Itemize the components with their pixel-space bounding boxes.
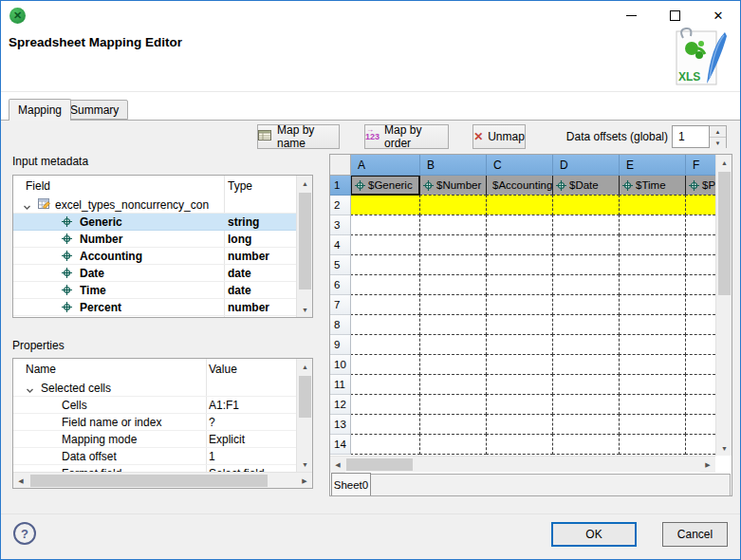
scroll-up-icon[interactable]: ▲ (716, 155, 732, 170)
metadata-root-row[interactable]: excel_types_noncurrency_con (13, 196, 296, 214)
scroll-right-icon[interactable]: ▶ (700, 457, 715, 473)
properties-vertical-scrollbar[interactable]: ▲▼ (296, 359, 312, 472)
cell-A12[interactable] (350, 394, 420, 415)
column-header-e[interactable]: E (620, 155, 686, 176)
property-row-mapping-mode[interactable]: Mapping modeExplicit (13, 431, 296, 448)
metadata-field-row-date[interactable]: Datedate (13, 265, 296, 282)
cell-E13[interactable] (619, 414, 686, 435)
row-header-6[interactable]: 6 (330, 275, 351, 295)
cell-D12[interactable] (552, 394, 620, 415)
cell-D4[interactable] (552, 234, 620, 255)
cell-B7[interactable] (419, 294, 487, 315)
cell-B14[interactable] (419, 434, 487, 455)
cell-A4[interactable] (350, 234, 420, 255)
scroll-down-icon[interactable]: ▼ (297, 302, 313, 317)
row-header-2[interactable]: 2 (330, 196, 351, 215)
column-header-d[interactable]: D (553, 155, 620, 176)
cancel-button[interactable]: Cancel (662, 522, 728, 547)
row-header-3[interactable]: 3 (330, 215, 351, 235)
cell-F7[interactable] (685, 294, 715, 315)
scrollbar-thumb[interactable] (346, 458, 413, 471)
maximize-button[interactable] (653, 1, 696, 29)
property-row-data-offset[interactable]: Data offset1 (13, 448, 296, 465)
cell-A5[interactable] (350, 254, 420, 275)
row-header-5[interactable]: 5 (330, 255, 351, 275)
cell-B2[interactable] (419, 195, 487, 215)
cell-B8[interactable] (419, 314, 487, 335)
column-header-b[interactable]: B (420, 155, 487, 176)
cell-F3[interactable] (685, 215, 715, 235)
cell-B13[interactable] (419, 414, 487, 435)
property-row-format-field[interactable]: Format fieldSelect field (13, 465, 296, 472)
cell-D5[interactable] (552, 254, 620, 275)
metadata-field-row-time[interactable]: Timedate (13, 282, 296, 299)
cell-C7[interactable] (486, 294, 553, 315)
cell-F8[interactable] (685, 314, 715, 335)
spinner-up-button[interactable]: ▲ (710, 126, 726, 138)
cell-A2[interactable] (350, 195, 420, 215)
help-button[interactable]: ? (13, 522, 36, 545)
cell-B5[interactable] (419, 254, 487, 275)
row-header-8[interactable]: 8 (330, 315, 351, 335)
cell-F9[interactable] (685, 334, 715, 355)
metadata-vertical-scrollbar[interactable]: ▲▼ (296, 176, 312, 317)
row-header-11[interactable]: 11 (330, 375, 351, 395)
tab-mapping[interactable]: Mapping (9, 99, 71, 121)
cell-E11[interactable] (619, 374, 686, 395)
column-header-f[interactable]: F (686, 155, 715, 176)
cell-C11[interactable] (486, 374, 553, 395)
cell-E2[interactable] (619, 195, 686, 215)
row-header-4[interactable]: 4 (330, 235, 351, 255)
cell-D1[interactable]: $Date (552, 175, 620, 196)
cell-A14[interactable] (350, 434, 420, 455)
cell-F14[interactable] (685, 434, 715, 455)
ok-button[interactable]: OK (551, 522, 637, 547)
cell-D9[interactable] (552, 334, 620, 355)
cell-E4[interactable] (619, 234, 686, 255)
spinner-down-button[interactable]: ▼ (710, 138, 726, 149)
cell-E5[interactable] (619, 254, 686, 275)
cell-B4[interactable] (419, 234, 487, 255)
map-by-name-button[interactable]: Map by name (257, 124, 340, 149)
column-header-a[interactable]: A (351, 155, 420, 176)
row-header-1[interactable]: 1 (330, 176, 351, 196)
row-header-10[interactable]: 10 (330, 355, 351, 375)
cell-A8[interactable] (350, 314, 420, 335)
cell-C12[interactable] (486, 394, 553, 415)
cell-F6[interactable] (685, 274, 715, 295)
scroll-down-icon[interactable]: ▼ (297, 457, 313, 472)
cell-B12[interactable] (419, 394, 487, 415)
cell-B9[interactable] (419, 334, 487, 355)
cell-C8[interactable] (486, 314, 553, 335)
cell-F4[interactable] (685, 234, 715, 255)
cell-F11[interactable] (685, 374, 715, 395)
cell-F10[interactable] (685, 354, 715, 375)
scroll-up-icon[interactable]: ▲ (297, 176, 313, 191)
scroll-down-icon[interactable]: ▼ (716, 440, 732, 456)
cell-B3[interactable] (419, 215, 487, 235)
metadata-field-row-generic[interactable]: Genericstring (13, 214, 296, 231)
scroll-up-icon[interactable]: ▲ (297, 359, 313, 374)
cell-F13[interactable] (685, 414, 715, 435)
cell-C13[interactable] (486, 414, 553, 435)
cell-A13[interactable] (350, 414, 420, 435)
property-row-field-name-or-index[interactable]: Field name or index? (13, 414, 296, 431)
metadata-field-row-percent[interactable]: Percentnumber (13, 299, 296, 316)
cell-D8[interactable] (552, 314, 620, 335)
cell-E14[interactable] (619, 434, 686, 455)
cell-B10[interactable] (419, 354, 487, 375)
cell-D2[interactable] (552, 195, 620, 215)
grid-horizontal-scrollbar[interactable]: ◀▶ (330, 456, 715, 472)
scrollbar-thumb[interactable] (299, 193, 311, 289)
metadata-field-row-number[interactable]: Numberlong (13, 231, 296, 248)
scrollbar-thumb[interactable] (299, 376, 311, 418)
collapse-chevron-icon[interactable] (26, 384, 34, 397)
cell-D7[interactable] (552, 294, 620, 315)
cell-E6[interactable] (619, 274, 686, 295)
cell-C3[interactable] (486, 215, 553, 235)
cell-E8[interactable] (619, 314, 686, 335)
scroll-left-icon[interactable]: ◀ (330, 457, 345, 473)
cell-A7[interactable] (350, 294, 420, 315)
row-header-13[interactable]: 13 (330, 415, 351, 435)
data-offsets-input[interactable] (672, 125, 710, 148)
